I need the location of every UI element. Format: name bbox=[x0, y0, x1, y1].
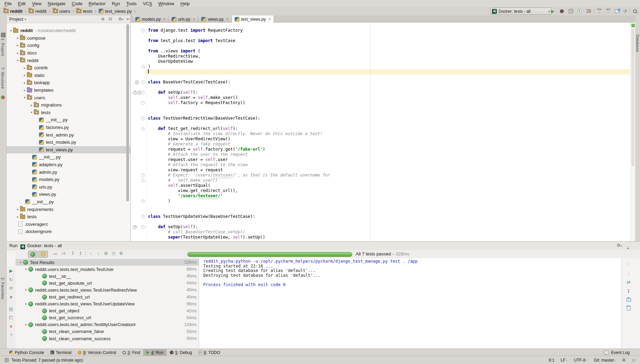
stop-button[interactable]: ■ bbox=[7, 294, 16, 300]
chevron-expanded-icon[interactable]: ▾ bbox=[18, 261, 23, 264]
menu-run[interactable]: Run bbox=[109, 0, 123, 7]
menu-view[interactable]: View bbox=[29, 0, 45, 7]
chevron-expanded-icon[interactable]: ▾ bbox=[29, 111, 34, 114]
tool-stripe-project[interactable]: 1: Project bbox=[1, 38, 5, 56]
tree-item-reddit[interactable]: ▾reddit~/cookiecutter/reddit bbox=[7, 27, 130, 34]
toolwindow-4-run[interactable]: ▶4: Run bbox=[143, 349, 167, 356]
tab-test_views-py[interactable]: test_views.py✕ bbox=[232, 16, 274, 23]
test-row-reddit.users.tests.test_views.TestUserRedirectView[interactable]: ▾reddit.users.tests.test_views.TestUserR… bbox=[16, 286, 199, 293]
chevron-expanded-icon[interactable]: ▾ bbox=[23, 267, 28, 271]
tab-urls-py[interactable]: urls.py✕ bbox=[169, 16, 198, 23]
chevron-expanded-icon[interactable]: ▾ bbox=[9, 29, 13, 32]
status-message-area[interactable]: Tests Passed: 7 passed (a minute ago) bbox=[0, 358, 83, 363]
fold-marker-icon[interactable]: − bbox=[141, 65, 145, 69]
soft-wrap-icon[interactable]: ⇄ bbox=[624, 280, 633, 285]
tool-stripe-database[interactable]: Database bbox=[636, 34, 640, 52]
chevron-expanded-icon[interactable]: ▾ bbox=[22, 96, 27, 99]
menu-tools[interactable]: Tools bbox=[123, 0, 140, 7]
rollback-button[interactable]: ↺ bbox=[621, 8, 629, 14]
fold-marker-icon[interactable]: − bbox=[141, 117, 145, 120]
tree-item-adapters.py[interactable]: adapters.py bbox=[7, 161, 130, 169]
previous-test-icon[interactable]: ↑ bbox=[87, 251, 94, 256]
test-row-test_clean_username_false[interactable]: test_clean_username_false53ms bbox=[16, 328, 199, 335]
tree-item-__init__.py[interactable]: __init__.py bbox=[7, 198, 130, 206]
collapse-all-icon[interactable]: ⊟ bbox=[109, 17, 112, 21]
test-row-test__str__[interactable]: test__str__45ms bbox=[16, 273, 199, 280]
toolwindow-python-console[interactable]: Python Console bbox=[6, 349, 47, 356]
tree-item-compose[interactable]: ▸compose bbox=[7, 34, 130, 42]
tree-item-reddit[interactable]: ▾reddit bbox=[7, 57, 130, 64]
export-test-results-icon[interactable]: ⊞ bbox=[102, 251, 109, 256]
close-icon[interactable]: ✕ bbox=[268, 18, 271, 21]
toolwindow-5-debug[interactable]: 5: Debug bbox=[167, 349, 195, 356]
scroll-up-icon[interactable]: ↑ bbox=[624, 262, 633, 267]
event-log-button[interactable]: Event Log bbox=[604, 350, 640, 355]
overrides-marker-icon[interactable]: ↑ bbox=[133, 225, 137, 229]
tree-item-admin.py[interactable]: admin.py bbox=[7, 168, 130, 176]
breadcrumb-item[interactable]: test_views.py bbox=[98, 9, 132, 14]
vcs-branch-widget[interactable]: Git: master↕ bbox=[594, 358, 616, 363]
show-passed-toggle[interactable] bbox=[28, 251, 38, 258]
overrides-marker-icon[interactable]: ↑ bbox=[133, 91, 137, 95]
chevron-expanded-icon[interactable]: ▾ bbox=[23, 323, 28, 326]
chevron-expanded-icon[interactable]: ▾ bbox=[16, 59, 20, 62]
test-row-test_get_absolute_url[interactable]: test_get_absolute_url44ms bbox=[16, 280, 199, 286]
next-test-icon[interactable]: ↓ bbox=[95, 251, 102, 256]
expand-all-icon[interactable]: ↧ bbox=[69, 251, 76, 256]
tree-item-test_views.py[interactable]: test_views.py bbox=[7, 146, 130, 154]
close-icon[interactable]: ✕ bbox=[193, 18, 196, 21]
gear-icon[interactable]: ⚙▾ bbox=[617, 243, 622, 248]
tree-item-__init__.py[interactable]: __init__.py bbox=[7, 116, 130, 124]
tree-item-contrib[interactable]: ▸contrib bbox=[7, 64, 130, 72]
tree-item-.coveragerc[interactable]: .coveragerc bbox=[7, 220, 130, 228]
chevron-collapsed-icon[interactable]: ▸ bbox=[16, 36, 20, 40]
caret-position-widget[interactable]: 9:1 bbox=[549, 358, 554, 363]
profiler-button[interactable] bbox=[576, 8, 583, 14]
test-row-reddit.users.tests.test_models.TestUser[interactable]: ▾reddit.users.tests.test_models.TestUser… bbox=[16, 266, 199, 273]
tree-item-tests[interactable]: ▸tests bbox=[7, 213, 130, 221]
tree-item-urls.py[interactable]: urls.py bbox=[7, 183, 130, 191]
chevron-collapsed-icon[interactable]: ▸ bbox=[22, 81, 27, 84]
remote-run-button[interactable] bbox=[613, 8, 621, 14]
collapse-all-icon[interactable]: ↥ bbox=[77, 251, 84, 256]
tree-item-config[interactable]: ▸config bbox=[7, 42, 130, 49]
tree-item-models.py[interactable]: models.py bbox=[7, 176, 130, 183]
chevron-collapsed-icon[interactable]: ▸ bbox=[22, 66, 27, 70]
chevron-collapsed-icon[interactable]: ▸ bbox=[16, 51, 20, 55]
test-row-test_get_object[interactable]: test_get_object42ms bbox=[16, 307, 199, 314]
clear-console-icon[interactable] bbox=[624, 306, 633, 312]
tool-stripe-structure[interactable]: 7: Structure bbox=[1, 67, 5, 89]
tool-stripe-favorites[interactable]: 2: Favorites bbox=[1, 277, 5, 299]
fold-marker-icon[interactable]: − bbox=[141, 225, 145, 229]
locate-icon[interactable]: ⊕ bbox=[101, 17, 105, 21]
menu-vcs[interactable]: VCS bbox=[140, 0, 155, 7]
chevron-collapsed-icon[interactable]: ▸ bbox=[22, 89, 27, 92]
menu-edit[interactable]: Edit bbox=[15, 0, 29, 7]
fold-marker-icon[interactable]: − bbox=[141, 101, 145, 105]
rerun-button[interactable]: ▶ bbox=[7, 268, 16, 273]
breadcrumb-item[interactable]: reddit bbox=[3, 9, 23, 14]
test-history-icon[interactable]: ◷ bbox=[110, 251, 117, 256]
menu-window[interactable]: Window bbox=[155, 0, 177, 7]
tree-item-test_models.py[interactable]: test_models.py bbox=[7, 139, 130, 146]
code-area[interactable]: −from django.test import RequestFactoryf… bbox=[131, 23, 635, 241]
close-icon[interactable]: ✕ bbox=[163, 18, 166, 21]
gear-icon[interactable]: ⚙▾ bbox=[118, 17, 124, 21]
fold-marker-icon[interactable]: − bbox=[141, 91, 145, 94]
breadcrumb-item[interactable]: users bbox=[52, 9, 71, 14]
tab-models-py[interactable]: models.py✕ bbox=[132, 16, 169, 23]
hide-panel-icon[interactable]: ↓ bbox=[627, 244, 629, 249]
menu-help[interactable]: Help bbox=[177, 0, 193, 7]
scroll-down-icon[interactable]: ↓ bbox=[624, 271, 633, 276]
toolwindow-terminal[interactable]: Terminal bbox=[47, 349, 75, 356]
menu-refactor[interactable]: Refactor bbox=[86, 0, 109, 7]
debug-button[interactable] bbox=[558, 8, 565, 14]
fold-marker-icon[interactable]: − bbox=[141, 127, 145, 131]
hide-panel-icon[interactable]: ⇤ bbox=[127, 17, 130, 21]
run-console[interactable]: reddit_pycha:python -u /opt/.pycharm_hel… bbox=[199, 258, 621, 356]
dump-threads-icon[interactable]: ▤ bbox=[7, 306, 16, 312]
chevron-expanded-icon[interactable]: ▾ bbox=[23, 302, 28, 306]
tab-views-py[interactable]: views.py✕ bbox=[198, 16, 232, 23]
write-access-lock-icon[interactable] bbox=[622, 359, 625, 361]
toggle-auto-test-button[interactable]: ⟳ bbox=[7, 286, 16, 291]
